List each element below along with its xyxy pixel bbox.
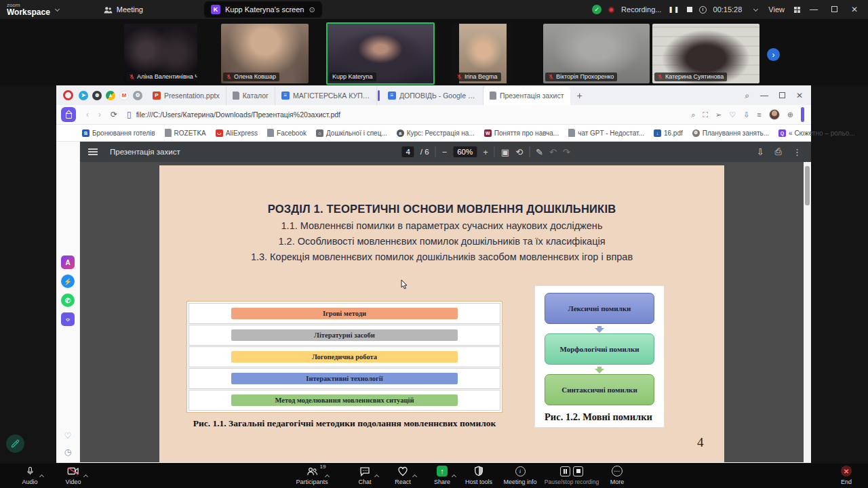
react-control[interactable]: React [382,465,423,485]
sync-icon[interactable]: ⊕ [787,110,793,119]
bookmark-item[interactable]: BБронювання готелів [82,129,155,137]
reload-icon[interactable]: ⟳ [111,110,117,119]
participant-video[interactable]: Вікторія Прохоренко [543,24,650,83]
site-icon: Q [778,129,786,137]
browser-close-button[interactable]: ✕ [796,91,803,100]
snapshot-camera-icon[interactable]: ⛶ [703,110,708,119]
video-control[interactable]: Video [53,465,94,485]
maximize-button[interactable] [827,5,841,14]
meeting-info-control[interactable]: i Meeting info [500,465,540,485]
screen: zoom Workspace Meeting K Kupp Kateryna's… [0,0,868,488]
history-clock-icon[interactable]: ◷ [64,447,71,457]
search-tabs-icon[interactable]: ⌕ [745,91,749,100]
browser-tab-active[interactable]: Презентація захист [484,86,570,105]
rotate-icon[interactable]: ⟲ [515,147,523,157]
pause-recording-button[interactable] [560,466,570,476]
current-page-input[interactable]: 4 [401,146,414,157]
extensions-icon[interactable]: ⚙ [133,91,142,100]
annotate-pen-icon[interactable]: ✎ [536,147,543,157]
likes-heart-icon[interactable]: ♡ [64,431,72,441]
meeting-tab[interactable]: Meeting [104,5,143,14]
stop-recording-icon[interactable] [687,7,692,12]
browser-tab[interactable]: ≡ ДОПОВІДЬ - Google До... [382,86,484,105]
new-tab-button[interactable]: + [577,90,583,101]
bookmark-item[interactable]: WПоняття про навча... [484,129,559,137]
participant-video[interactable]: Аліна Валентинівна Чубова [124,24,197,83]
annotation-pencil-button[interactable] [6,434,24,453]
view-grid-icon[interactable] [794,7,800,13]
bookmark-item[interactable]: ROZETKA [165,129,206,137]
messenger-icon[interactable]: ⚡ [61,274,75,288]
browser-tab[interactable]: Каталог [226,86,275,105]
participants-control[interactable]: 19 Participants [288,465,336,485]
participant-video-active-speaker[interactable]: Kupp Kateryna [326,22,435,85]
browser-tab[interactable]: P Presentation.pptx [146,86,226,105]
zoom-level-value[interactable]: 60% [453,146,477,157]
print-icon[interactable]: ⎙ [775,146,782,157]
bookmark-item[interactable]: ◡AliExpress [216,129,258,137]
stop-recording-button[interactable] [573,466,583,476]
url-field[interactable]: file:///C:/Users/Катерина/Downloads/През… [136,107,692,122]
bookmark-item[interactable]: чат GPT - Недостат... [568,129,644,137]
bookmark-heart-icon[interactable]: ♡ [729,110,736,119]
downloads-icon[interactable]: ⇩ [743,110,749,119]
drive-icon[interactable]: ▲ [106,91,115,100]
pause-recording-icon[interactable]: ❚❚ [668,6,679,13]
bookmark-item[interactable]: Q« Сюжетно – рольо... [778,129,855,137]
audio-control[interactable]: Audio [9,465,50,485]
share-control[interactable]: ↑ Share [422,465,462,485]
pinned-site-icon[interactable]: ⊛ [92,91,102,100]
view-label[interactable]: View [768,5,785,14]
zoom-page-icon[interactable]: ⌕ [691,110,695,119]
tab-options-icon[interactable]: ⊙ [309,5,315,14]
gmail-icon[interactable]: M [119,91,129,100]
host-tools-control[interactable]: Host tools [458,465,499,485]
zoom-out-button[interactable]: − [442,147,448,157]
vk-icon[interactable]: ⌔ [61,312,75,326]
aria-icon[interactable]: A [61,256,75,269]
security-shield-icon[interactable]: ✓ [592,5,601,14]
more-options-icon[interactable]: ⋮ [793,147,802,157]
browser-minimize-button[interactable]: — [760,91,768,100]
back-icon[interactable]: ‹ [86,110,89,119]
profile-avatar[interactable] [769,109,780,120]
sidebar-panel-indicator[interactable] [801,107,804,122]
home-button[interactable] [61,107,76,122]
chat-control[interactable]: Chat [344,465,385,485]
minimize-button[interactable]: — [807,5,821,14]
participant-video[interactable]: Олена Ковшар [221,24,309,83]
participant-video[interactable]: Катерина Суятинова [652,24,760,83]
pdf-content-area[interactable]: РОЗДІЛ 1. ТЕОРЕТИЧНІ ОСНОВИ МОВЛЕННЯ ДОШ… [80,162,811,462]
opera-logo-icon[interactable] [63,90,73,100]
fit-page-icon[interactable]: ▣ [501,147,509,157]
download-icon[interactable]: ⇩ [757,147,764,157]
bookmark-item[interactable]: ⌂Дошкільної і спец... [316,129,387,137]
muted-mic-icon [456,74,462,80]
browser-tab[interactable]: ≡ МАГІСТЕРСЬКА КУПП - Є [275,86,377,105]
bookmark-item[interactable]: ↓16.pdf [654,129,683,137]
screen-share-tab[interactable]: K Kupp Kateryna's screen ⊙ [204,1,322,18]
timer-chevron-icon[interactable] [753,6,758,11]
redo-icon[interactable]: ↷ [563,147,570,157]
reading-list-icon[interactable]: ≡ [757,110,761,119]
bookmark-item[interactable]: aКурс: Реєстрація на... [397,129,475,137]
forward-icon[interactable]: › [98,110,101,119]
menu-icon[interactable] [88,148,98,155]
send-to-device-icon[interactable]: ➢ [715,110,722,119]
undo-icon[interactable]: ↶ [549,147,557,157]
bookmark-item[interactable]: ⚙Планування занять... [692,129,769,137]
next-participants-button[interactable]: › [767,48,780,61]
bookmark-item[interactable]: Facebook [267,129,307,137]
scrollbar-thumb[interactable] [805,166,810,205]
zoom-in-button[interactable]: + [483,147,488,157]
whatsapp-icon[interactable]: ✆ [61,293,75,307]
end-meeting-control[interactable]: ✕ End [826,465,867,485]
close-button[interactable]: ✕ [848,5,861,14]
browser-restore-button[interactable] [779,91,785,100]
participant-video[interactable]: Irina Begma [452,24,513,83]
workspace-chevron-icon[interactable] [55,6,60,11]
recording-controls[interactable]: Pause/stop recording [539,465,604,485]
more-control[interactable]: ⋯ More [597,465,637,485]
telegram-icon[interactable]: ➤ [79,91,88,100]
pdf-scrollbar[interactable] [804,162,811,462]
